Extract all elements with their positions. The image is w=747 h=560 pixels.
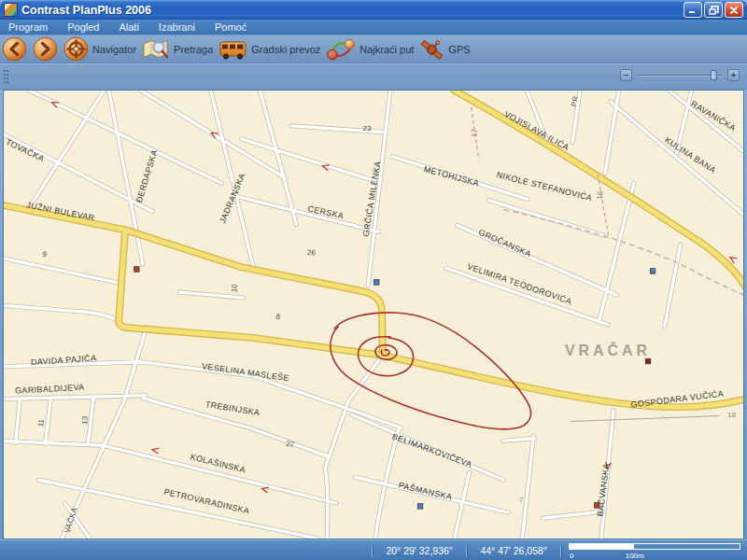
minimize-icon (688, 6, 698, 14)
street-label: NIKOLE STEFANOVIĆA (496, 170, 593, 203)
house-number: 8 (275, 313, 281, 321)
compass-wheel-icon (63, 36, 89, 62)
street-label: VESELINA MASLEŠE (202, 361, 290, 383)
scale-labels: 0 100m (569, 551, 740, 560)
house-number: 10 (230, 284, 239, 293)
map-viewport[interactable]: TOVAČKA ĐERDAPSKA JADRANSKA JUŽNI BULEVA… (3, 90, 744, 539)
restore-button[interactable] (704, 2, 723, 18)
street-label: METOHIJSKA (423, 164, 481, 188)
poi-red-marker (645, 358, 650, 363)
menu-izabrani[interactable]: Izabrani (150, 20, 204, 35)
route-arrows-icon (326, 37, 356, 62)
minor-road-fills (4, 91, 743, 539)
back-arrow-icon (2, 36, 27, 62)
status-separator (560, 544, 561, 557)
window-title: Contrast PlanPlus 2006 (21, 4, 684, 17)
street-label: PETROVARADINSKA (163, 487, 251, 516)
latitude-readout: 44° 47' 26,058" (467, 545, 560, 556)
gradski-prevoz-button[interactable]: Gradski prevoz (218, 38, 320, 61)
map-magnifier-icon (142, 37, 170, 61)
scale-bar-fill (570, 544, 634, 549)
menu-program[interactable]: Program (0, 20, 56, 35)
close-button[interactable] (725, 2, 743, 18)
menu-alati[interactable]: Alati (110, 20, 147, 35)
app-icon[interactable] (4, 3, 18, 17)
scale-bar-track (569, 543, 740, 550)
poi-red-marker (134, 267, 139, 272)
scale-zero-label: 0 (570, 552, 573, 560)
street-label: GROČANSKA (477, 228, 533, 259)
secondary-toolbar: − + (0, 63, 747, 90)
zoom-slider-thumb[interactable] (711, 70, 717, 80)
title-bar: Contrast PlanPlus 2006 (0, 0, 747, 20)
menu-pogled[interactable]: Pogled (59, 20, 107, 35)
restore-icon (709, 6, 719, 15)
forward-arrow-icon (33, 36, 58, 62)
minimize-button[interactable] (684, 2, 702, 18)
toolbar: Navigator Pretraga Gradski prevoz (0, 35, 747, 63)
house-number: 27 (286, 440, 296, 449)
street-label: PAŠMANSKA (398, 481, 453, 502)
street-label: GARIBALDIJEVA (15, 383, 85, 396)
najkraci-put-button[interactable]: Najkraći put (326, 37, 414, 62)
route-number: 18 (727, 411, 736, 419)
gradski-prevoz-label: Gradski prevoz (251, 44, 320, 55)
window-controls (684, 2, 743, 18)
zoom-slider-track[interactable] (637, 69, 723, 81)
poi-blue-marker (650, 269, 655, 273)
pretraga-label: Pretraga (174, 44, 213, 55)
poi-blue-marker (374, 280, 378, 285)
route-number: 16 (596, 190, 605, 200)
house-number: 9 (42, 250, 48, 259)
zoom-out-button[interactable]: − (620, 69, 632, 81)
street-label: BAČVANSKA (596, 463, 612, 517)
menu-bar: Program Pogled Alati Izabrani Pomoć (0, 20, 747, 35)
poi-red-marker (595, 503, 599, 508)
longitude-readout: 20° 29' 32,936" (373, 545, 466, 556)
house-number: 13 (80, 415, 90, 425)
toolbar-grip-handle[interactable] (4, 70, 9, 84)
district-label: VRAČAR (565, 342, 651, 358)
najkraci-put-label: Najkraći put (359, 44, 414, 55)
gps-label: GPS (448, 44, 470, 55)
scale-distance-label: 100m (626, 552, 644, 560)
status-spacer (0, 540, 372, 560)
navigator-button[interactable]: Navigator (63, 36, 136, 62)
street-label: BELIMARKOVIĆEVA (391, 431, 473, 469)
gps-button[interactable]: GPS (419, 37, 470, 62)
minor-road-casings (4, 91, 743, 539)
zoom-control: − + (620, 69, 740, 81)
forward-button[interactable] (33, 36, 58, 62)
navigator-label: Navigator (92, 44, 136, 55)
close-icon (729, 6, 739, 15)
back-button[interactable] (2, 36, 27, 62)
street-label: TREBINJSKA (204, 399, 261, 417)
map-scale-bar: 0 100m (569, 540, 740, 560)
route-number: 17 (470, 128, 479, 137)
menu-pomoc[interactable]: Pomoć (206, 20, 255, 35)
route-number: 7 (519, 496, 524, 504)
street-label: TOVAČKA (5, 137, 47, 164)
house-number: 23 (363, 124, 372, 133)
house-number: 11 (36, 418, 46, 427)
house-number: 26 (307, 248, 317, 258)
zoom-in-button[interactable]: + (727, 69, 740, 81)
app-window: Contrast PlanPlus 2006 Program Pogled Al… (0, 0, 747, 560)
street-label: ĐERDAPSKA (134, 148, 160, 203)
map-canvas[interactable]: TOVAČKA ĐERDAPSKA JADRANSKA JUŽNI BULEVA… (4, 91, 743, 539)
satellite-icon (419, 37, 444, 62)
pretraga-button[interactable]: Pretraga (142, 37, 213, 61)
bus-icon (218, 38, 247, 61)
status-bar: 20° 29' 32,936" 44° 47' 26,058" 0 100m (0, 539, 747, 560)
street-labels: TOVAČKA ĐERDAPSKA JADRANSKA JUŽNI BULEVA… (5, 95, 738, 534)
poi-blue-marker (417, 504, 422, 509)
